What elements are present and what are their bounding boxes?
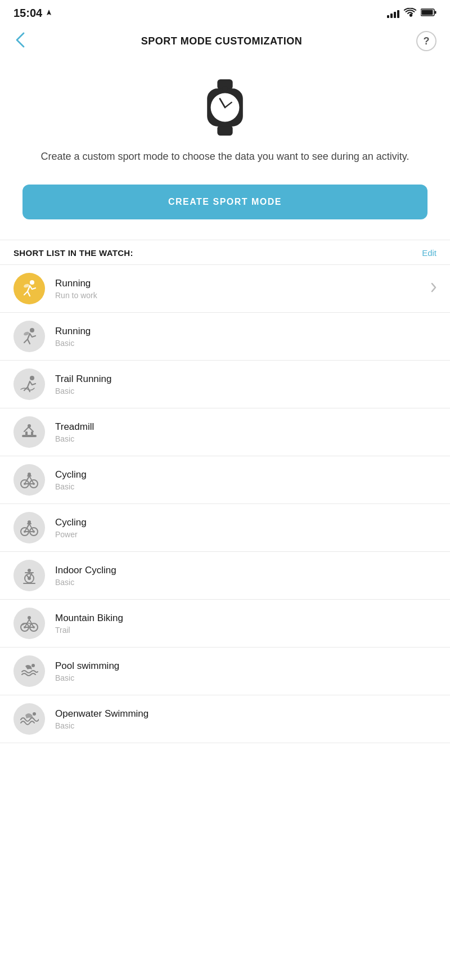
list-item[interactable]: Mountain BikingTrail <box>0 600 450 648</box>
sport-icon-indoor-cycling <box>14 560 45 591</box>
list-item[interactable]: CyclingBasic <box>0 456 450 504</box>
list-item[interactable]: Indoor CyclingBasic <box>0 552 450 600</box>
create-sport-mode-button[interactable]: CREATE SPORT MODE <box>22 185 428 219</box>
svg-point-38 <box>32 664 35 667</box>
list-item[interactable]: Pool swimmingBasic <box>0 648 450 695</box>
sport-name: Running <box>55 326 436 337</box>
status-icons <box>387 8 436 19</box>
short-list-title: SHORT LIST IN THE WATCH: <box>14 248 133 258</box>
svg-point-28 <box>28 520 31 524</box>
short-list-header: SHORT LIST IN THE WATCH: Edit <box>0 240 450 264</box>
sport-info: Pool swimmingBasic <box>55 660 436 682</box>
help-button[interactable]: ? <box>416 31 436 51</box>
svg-rect-16 <box>25 431 28 436</box>
sport-subtitle: Basic <box>55 578 436 587</box>
description-text: Create a custom sport mode to choose the… <box>0 149 450 185</box>
list-item[interactable]: CyclingPower <box>0 504 450 552</box>
sport-info: CyclingBasic <box>55 469 436 491</box>
sport-info: RunningBasic <box>55 326 436 348</box>
svg-point-31 <box>28 569 31 572</box>
sport-name: Treadmill <box>55 421 436 433</box>
svg-point-18 <box>28 424 31 428</box>
sport-subtitle: Basic <box>55 482 436 491</box>
list-item[interactable]: TreadmillBasic <box>0 408 450 456</box>
status-bar: 15:04 <box>0 0 450 24</box>
battery-icon <box>421 8 436 19</box>
sport-name: Openwater Swimming <box>55 708 436 720</box>
sport-icon-pool-swimming <box>14 655 45 687</box>
sport-icon-cycling <box>14 464 45 496</box>
svg-rect-4 <box>217 125 232 136</box>
svg-point-14 <box>30 376 34 380</box>
list-item[interactable]: Trail RunningBasic <box>0 361 450 408</box>
sport-name: Cycling <box>55 469 436 480</box>
svg-rect-9 <box>222 87 227 91</box>
list-item[interactable]: RunningRun to work <box>0 265 450 313</box>
sport-icon-trail-running <box>14 368 45 400</box>
list-item[interactable]: Openwater SwimmingBasic <box>0 695 450 743</box>
svg-point-10 <box>30 280 34 285</box>
sport-name: Running <box>55 278 426 289</box>
header: SPORT MODE CUSTOMIZATION ? <box>0 24 450 61</box>
sport-info: CyclingPower <box>55 517 436 539</box>
location-icon <box>46 10 52 17</box>
sport-info: Openwater SwimmingBasic <box>55 708 436 730</box>
sport-name: Pool swimming <box>55 660 436 672</box>
sport-subtitle: Run to work <box>55 291 426 300</box>
sport-info: Indoor CyclingBasic <box>55 565 436 587</box>
page-title: SPORT MODE CUSTOMIZATION <box>27 35 416 47</box>
list-item[interactable]: RunningBasic <box>0 313 450 361</box>
sport-subtitle: Basic <box>55 339 436 348</box>
sport-subtitle: Trail <box>55 626 436 635</box>
svg-point-37 <box>28 616 31 619</box>
sport-info: Mountain BikingTrail <box>55 613 436 635</box>
sport-subtitle: Basic <box>55 673 436 682</box>
watch-illustration <box>0 61 450 149</box>
sport-icon-running <box>14 321 45 352</box>
svg-rect-17 <box>31 431 33 436</box>
sport-info: Trail RunningBasic <box>55 374 436 395</box>
back-button[interactable] <box>14 30 27 52</box>
create-button-container: CREATE SPORT MODE <box>0 185 450 240</box>
sport-name: Indoor Cycling <box>55 565 436 576</box>
sport-list: RunningRun to work RunningBasic Trail Ru… <box>0 264 450 743</box>
sport-subtitle: Basic <box>55 386 436 395</box>
svg-point-23 <box>28 473 31 476</box>
watch-icon <box>200 79 250 136</box>
sport-name: Trail Running <box>55 374 436 385</box>
svg-rect-2 <box>435 11 436 14</box>
signal-bars-icon <box>387 9 399 18</box>
sport-name: Mountain Biking <box>55 613 436 624</box>
svg-rect-15 <box>22 435 37 437</box>
svg-rect-1 <box>422 10 433 15</box>
wifi-icon <box>404 8 416 19</box>
sport-icon-running <box>14 273 45 304</box>
edit-button[interactable]: Edit <box>422 248 436 258</box>
chevron-right-icon <box>431 282 436 295</box>
sport-subtitle: Power <box>55 530 436 539</box>
sport-name: Cycling <box>55 517 436 528</box>
sport-subtitle: Basic <box>55 434 436 443</box>
status-time: 15:04 <box>14 7 52 20</box>
sport-subtitle: Basic <box>55 721 436 730</box>
sport-icon-treadmill <box>14 416 45 448</box>
sport-info: TreadmillBasic <box>55 421 436 443</box>
sport-icon-mountain-biking <box>14 608 45 639</box>
svg-point-39 <box>33 712 36 716</box>
svg-rect-32 <box>23 583 35 584</box>
sport-icon-cycling <box>14 512 45 543</box>
sport-info: RunningRun to work <box>55 278 426 300</box>
svg-point-12 <box>30 328 34 332</box>
sport-icon-openwater-swimming <box>14 703 45 735</box>
